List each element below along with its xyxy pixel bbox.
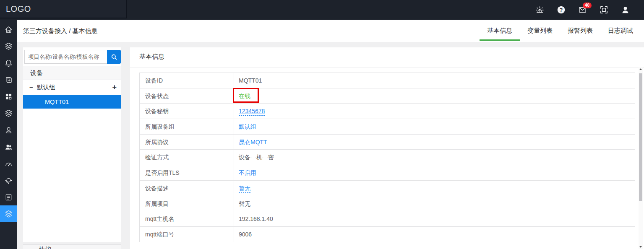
fullscreen-icon[interactable] (599, 5, 609, 15)
value-link[interactable]: 不启用 (239, 169, 256, 176)
collapse-icon[interactable]: − (29, 80, 33, 95)
layers-icon (4, 210, 13, 218)
alarm-light-icon[interactable] (534, 5, 545, 15)
sidebar-item-users-7[interactable] (0, 138, 17, 155)
sidebar-item-document-10[interactable] (0, 189, 17, 205)
value-text: MQTT01 (239, 77, 262, 84)
users-icon (4, 143, 13, 151)
search-icon (110, 53, 118, 61)
protocol-section-header[interactable]: 协议 (23, 244, 121, 249)
gauge-icon (4, 159, 13, 168)
search-input[interactable] (24, 50, 107, 64)
topbar: LOGO ?40 (0, 0, 644, 20)
sidebar-item-grid-4[interactable] (0, 88, 17, 105)
tree-group-row[interactable]: − 默认组 + (23, 80, 121, 95)
divider (130, 67, 644, 67)
mail-icon[interactable]: 40 (577, 5, 587, 15)
user-icon[interactable] (620, 5, 630, 15)
row-value-cell: MQTT01 (234, 73, 635, 88)
sidebar-item-bell-2[interactable] (0, 54, 17, 71)
table-row: 所属项目暂无 (140, 196, 635, 212)
logo: LOGO (0, 0, 127, 18)
value-text: 192.168.1.40 (239, 215, 273, 222)
tree-device-item-selected[interactable]: MQTT01 (23, 95, 121, 109)
user-icon (4, 126, 13, 135)
protocol-section-label: 协议 (39, 246, 121, 249)
row-label: 所属项目 (140, 196, 234, 211)
home-icon (4, 25, 13, 34)
sidebar-item-layers-1[interactable] (0, 38, 17, 54)
table-row: 设备秘钥12345678 (140, 104, 635, 119)
row-label: 验证方式 (140, 150, 234, 165)
row-value-cell: 在线 (234, 88, 635, 104)
table-row: mqtt主机名192.168.1.40 (140, 211, 635, 227)
device-tree-panel: 设备 − 默认组 + MQTT01 (23, 47, 121, 242)
tab-bar: 基本信息变量列表报警列表日志调试 (480, 20, 641, 42)
scroll-down-arrow-icon[interactable] (639, 246, 642, 248)
grid-icon (4, 92, 13, 101)
tab-2[interactable]: 变量列表 (520, 20, 560, 42)
cloud-icon (4, 176, 13, 185)
sidebar-item-gallery-add-3[interactable] (0, 71, 17, 88)
help-icon[interactable]: ? (556, 5, 566, 15)
row-label: 所属协议 (140, 135, 234, 150)
svg-text:?: ? (559, 7, 563, 13)
row-value-cell: 暂无 (234, 181, 635, 196)
row-label: 设备秘钥 (140, 104, 234, 119)
row-value-cell: 9006 (234, 227, 635, 242)
bell-icon (4, 59, 13, 67)
tab-3[interactable]: 报警列表 (560, 20, 600, 42)
table-row: 设备状态在线 (140, 88, 635, 104)
value-link[interactable]: 昆仑MQTT (239, 139, 267, 145)
scrollbar-thumb[interactable] (639, 73, 642, 201)
device-info-table: 设备IDMQTT01设备状态在线设备秘钥12345678所属设备组默认组所属协议… (139, 73, 635, 242)
value-text: 9006 (239, 231, 252, 238)
row-label: 设备状态 (140, 88, 234, 104)
sidebar-item-gauge-8[interactable] (0, 155, 17, 172)
row-label: 设备描述 (140, 181, 234, 196)
topbar-icon-group: ?40 (534, 0, 644, 20)
tab-1[interactable]: 基本信息 (480, 20, 520, 42)
sidebar-item-home-0[interactable] (0, 21, 17, 38)
layers-icon (4, 42, 13, 51)
device-info-panel: 基本信息 设备IDMQTT01设备状态在线设备秘钥12345678所属设备组默认… (130, 47, 644, 249)
sidebar-item-user-6[interactable] (0, 122, 17, 138)
row-value-cell: 暂无 (234, 196, 635, 211)
table-row: 设备描述暂无 (140, 181, 635, 196)
sidebar-item-cloud-9[interactable] (0, 172, 17, 189)
row-value-cell: 默认组 (234, 119, 635, 134)
device-section-header: 设备 (23, 66, 121, 80)
scroll-up-arrow-icon[interactable] (639, 68, 642, 70)
table-row: 所属协议昆仑MQTT (140, 135, 635, 150)
value-link[interactable]: 默认组 (239, 123, 256, 130)
breadcrumb-bar: 第三方设备接入 / 基本信息 基本信息变量列表报警列表日志调试 (17, 20, 644, 42)
row-value-cell: 12345678 (234, 104, 635, 119)
row-value-cell: 192.168.1.40 (234, 211, 635, 226)
search-button[interactable] (107, 50, 121, 64)
row-label: 所属设备组 (140, 119, 234, 134)
sidebar-item-layers-5[interactable] (0, 105, 17, 122)
value-text: 暂无 (239, 200, 250, 207)
row-label: 设备ID (140, 73, 234, 88)
value-link[interactable]: 12345678 (239, 107, 265, 116)
table-row: mqtt端口号9006 (140, 227, 635, 242)
notification-badge: 40 (583, 3, 592, 8)
table-row: 验证方式设备一机一密 (140, 150, 635, 165)
value-link[interactable]: 暂无 (239, 184, 250, 193)
status-badge: 在线 (239, 93, 250, 99)
breadcrumb: 第三方设备接入 / 基本信息 (23, 20, 98, 42)
row-value-cell: 设备一机一密 (234, 150, 635, 165)
tab-4[interactable]: 日志调试 (600, 20, 641, 42)
sidebar-item-layers-11[interactable] (0, 205, 17, 222)
value-text: 设备一机一密 (239, 154, 274, 161)
panel-title: 基本信息 (139, 53, 164, 61)
add-device-icon[interactable]: + (112, 80, 117, 95)
table-row: 是否启用TLS不启用 (140, 165, 635, 181)
row-label: mqtt端口号 (140, 227, 234, 242)
exit-icon[interactable] (641, 5, 644, 15)
row-value-cell: 昆仑MQTT (234, 135, 635, 150)
row-label: 是否启用TLS (140, 165, 234, 180)
gallery-add-icon (4, 75, 13, 84)
tree-group-label[interactable]: 默认组 (37, 80, 55, 95)
layers-icon (4, 109, 13, 118)
